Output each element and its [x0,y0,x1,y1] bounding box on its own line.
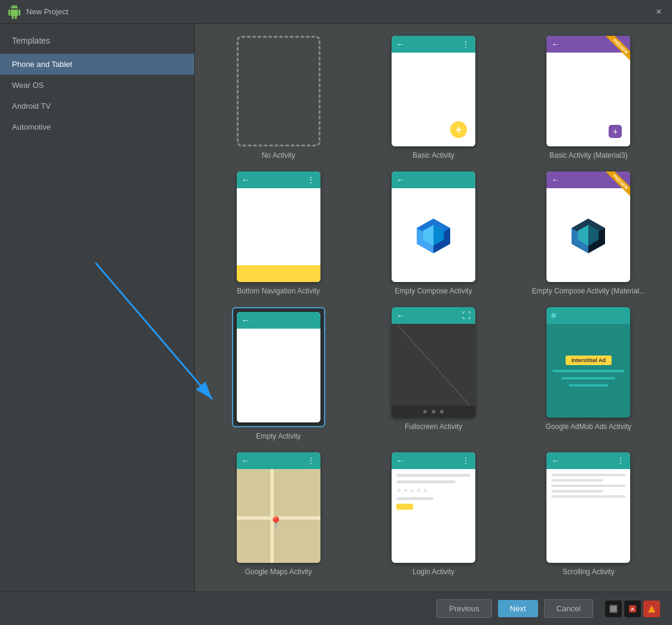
login-header: ← ⋮ [392,452,475,469]
title-bar: New Project × [0,0,672,24]
svg-marker-21 [648,605,655,612]
back-icon-ecm3: ← [551,175,560,185]
empty-activity-header: ← [237,312,320,329]
fullscreen-body [392,324,475,406]
ad-line-1 [552,370,624,372]
map-pin-icon: 📍 [268,516,283,530]
no-activity-label: No Activity [262,151,295,160]
basic-activity-label: Basic Activity [413,151,454,160]
close-button[interactable]: × [653,6,665,18]
cancel-button[interactable]: Cancel [544,599,593,618]
taskbar-icon-3-svg [647,604,656,614]
scrolling-thumb: ← ⋮ [546,452,630,563]
dot-3 [440,410,444,413]
template-item-empty-compose-m3[interactable]: ← [517,171,660,295]
star-2: ★ [403,487,408,494]
basic-activity-header: ← ⋮ [392,36,475,53]
dots-icon-maps: ⋮ [307,457,316,465]
maps-label: Google Maps Activity [245,568,312,576]
dots-icon-bn: ⋮ [307,176,316,184]
template-item-maps[interactable]: ← ⋮ 📍 Google Maps Activity [207,452,350,576]
login-label: Login Activity [413,568,454,576]
template-item-fullscreen[interactable]: ← ⛶ Fullscreen Activity [362,307,505,440]
login-thumb: ← ⋮ ★ ★ ★ ★ ★ [392,452,475,563]
taskbar-icon-2-svg: A [628,604,637,614]
fullscreen-dots [392,406,475,418]
bottom-nav-thumb: ← ⋮ [237,171,320,282]
template-item-empty-activity[interactable]: ← Empty Activity [207,307,350,440]
template-item-scrolling[interactable]: ← ⋮ Scrolling Activity [517,452,660,576]
m3-fab: + [609,125,622,138]
template-item-bottom-nav[interactable]: ← ⋮ Bottom Navigation Activity [207,171,350,295]
star-5: ★ [423,487,428,494]
back-icon-ec: ← [396,175,405,185]
ad-badge: Interstitial Ad [566,356,612,365]
login-line-2 [396,480,456,483]
back-icon-fs: ← [396,311,405,320]
taskbar-icon-1 [605,601,622,617]
basic-m3-body: + [546,53,630,146]
maps-body: 📍 [237,469,320,563]
empty-compose-thumb: ← [392,171,475,282]
dots-icon-scroll: ⋮ [617,457,625,465]
login-line-3 [396,497,433,500]
ad-line-3 [569,384,608,387]
sidebar-item-automotive[interactable]: Automotive [0,117,194,137]
sidebar-item-android-tv[interactable]: Android TV [0,96,194,117]
fab-button: + [450,121,467,138]
template-item-admob[interactable]: Interstitial Ad Google AdMob Ads Activit… [517,307,660,440]
preview-badge-m3 [600,36,630,66]
scroll-line-5 [551,495,625,498]
diagonal-line [392,324,475,406]
back-icon-bn: ← [242,175,250,185]
android-icon [7,5,22,19]
star-1: ★ [396,487,402,494]
scrolling-body [546,469,630,505]
template-item-basic-activity[interactable]: ← ⋮ + Basic Activity [362,36,505,160]
basic-m3-label: Basic Activity (Material3) [549,151,628,160]
back-icon-ea: ← [242,315,250,325]
login-fab [396,504,413,510]
ad-line-2 [561,377,615,379]
compose-header: ← [392,171,475,188]
basic-activity-thumb: ← ⋮ + [392,36,475,146]
taskbar-icon-1-svg [609,604,618,614]
no-activity-thumb [237,36,320,146]
template-item-login[interactable]: ← ⋮ ★ ★ ★ ★ ★ [362,452,505,576]
basic-m3-thumb: ← ⋮ + [546,36,630,146]
sidebar-item-wear-os[interactable]: Wear OS [0,75,194,96]
empty-activity-thumb: ← [237,312,320,422]
expand-icon: ⛶ [462,311,471,320]
back-icon-login: ← [396,456,405,465]
template-item-no-activity[interactable]: No Activity [207,36,350,160]
svg-text:A: A [631,606,634,612]
template-item-empty-compose[interactable]: ← Empt [362,171,505,295]
admob-body: Interstitial Ad [546,324,630,418]
template-grid: No Activity ← ⋮ + Basic Activity [207,36,660,576]
scroll-line-2 [551,479,603,482]
login-body: ★ ★ ★ ★ ★ [392,469,475,514]
preview-badge-ecm3 [600,171,630,201]
empty-activity-label: Empty Activity [256,432,301,440]
empty-compose-m3-thumb: ← [546,171,630,282]
svg-line-16 [397,324,470,406]
scroll-line-1 [551,474,625,476]
compose-m3-cube-icon [567,215,609,256]
previous-button[interactable]: Previous [436,599,492,618]
login-stars: ★ ★ ★ ★ ★ [396,487,471,494]
svg-rect-18 [610,606,616,612]
sidebar-item-phone-tablet[interactable]: Phone and Tablet [0,54,194,75]
sidebar-section-title: Templates [0,30,194,54]
admob-label: Google AdMob Ads Activity [546,422,631,431]
star-4: ★ [416,487,421,494]
next-button[interactable]: Next [498,600,538,617]
admob-indicator [551,313,556,318]
scrolling-header: ← ⋮ [546,452,630,469]
content-area: No Activity ← ⋮ + Basic Activity [195,24,672,592]
compose-cube-icon [413,215,454,256]
back-icon-maps: ← [242,456,250,465]
compose-body [392,188,475,282]
back-icon: ← [396,39,405,49]
template-item-basic-m3[interactable]: ← ⋮ + Basic Activity (Material3) [517,36,660,160]
admob-header [546,307,630,324]
